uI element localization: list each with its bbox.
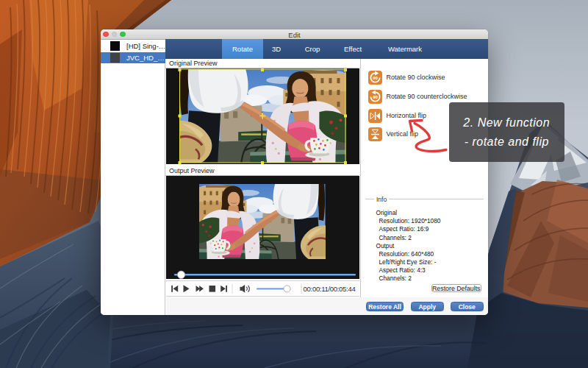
svg-text:90: 90 [373, 95, 378, 99]
svg-text:90: 90 [373, 76, 378, 80]
